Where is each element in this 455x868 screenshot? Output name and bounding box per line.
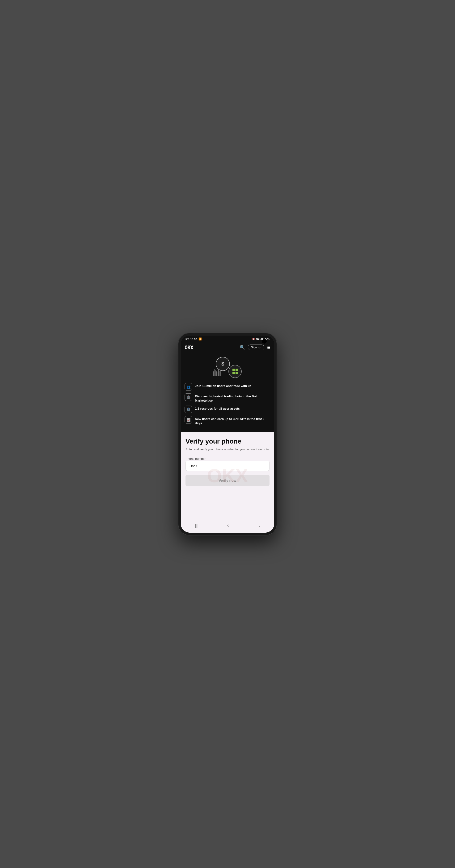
shield-icon: 🏦	[184, 406, 192, 413]
recent-apps-button[interactable]: |||	[191, 522, 203, 529]
grid-cell-4	[235, 372, 238, 374]
country-code-value: +82	[189, 464, 195, 468]
status-left: KT 10:32 📶	[186, 338, 202, 341]
home-button[interactable]: ○	[223, 522, 234, 529]
bot-icon: 🤖	[184, 393, 192, 401]
feature-text-3: 1:1 reserves for all user assets	[195, 406, 240, 411]
okx-logo: OKX	[184, 345, 193, 350]
grid-cell-2	[235, 369, 238, 371]
mute-icon: 🔇	[252, 338, 255, 340]
coin-illustration: $	[214, 357, 241, 378]
phone-number-input[interactable]	[199, 464, 266, 468]
feature-item-3: 🏦 1:1 reserves for all user assets	[184, 406, 271, 413]
hero-section: $	[181, 353, 274, 381]
verify-subtitle: Enter and verify your phone number for y…	[186, 447, 269, 452]
feature-text-4: New users can earn up to 30% APY in the …	[195, 416, 271, 425]
chevron-down-icon: ▾	[196, 465, 197, 467]
camera-hole	[262, 339, 267, 344]
app-content: OKX 🔍 Sign up ☰ $	[181, 342, 274, 533]
grid-coin	[228, 365, 241, 378]
grid-cell-1	[232, 369, 235, 371]
phone-device: KT 10:32 📶 🔇 4G LTE 47% OKX 🔍 Sign up ☰	[178, 333, 277, 535]
bottom-nav: ||| ○ ‹	[181, 520, 274, 533]
phone-screen: KT 10:32 📶 🔇 4G LTE 47% OKX 🔍 Sign up ☰	[181, 336, 274, 533]
logo-text: OKX	[184, 345, 193, 350]
users-icon: 👥	[184, 383, 192, 391]
bottom-section: OKX Verify your phone Enter and verify y…	[181, 432, 274, 532]
search-button[interactable]: 🔍	[240, 345, 245, 350]
signup-button[interactable]: Sign up	[248, 345, 264, 350]
feature-text-2: Discover high-yield trading bots in the …	[195, 393, 271, 403]
phone-label: Phone number	[186, 457, 205, 461]
carrier-label: KT	[186, 338, 189, 341]
status-bar: KT 10:32 📶 🔇 4G LTE 47%	[181, 336, 274, 342]
status-right: 🔇 4G LTE 47%	[252, 338, 269, 340]
time-label: 10:32	[191, 338, 197, 341]
feature-item-2: 🤖 Discover high-yield trading bots in th…	[184, 393, 271, 403]
verify-title: Verify your phone	[186, 438, 269, 445]
verify-now-button[interactable]: Verify now	[186, 475, 269, 486]
features-section: 👥 Join 18 million users and trade with u…	[181, 381, 274, 432]
feature-item-4: 📈 New users can earn up to 30% APY in th…	[184, 416, 271, 425]
app-header: OKX 🔍 Sign up ☰	[181, 342, 274, 353]
header-actions: 🔍 Sign up ☰	[240, 345, 271, 350]
status-icons: 📶	[198, 338, 202, 341]
back-button[interactable]: ‹	[254, 522, 264, 529]
grid-pattern	[232, 369, 238, 374]
feature-item-1: 👥 Join 18 million users and trade with u…	[184, 383, 271, 391]
phone-input-wrapper[interactable]: +82 ▾	[186, 461, 269, 471]
grid-cell-3	[232, 372, 235, 374]
country-code-selector[interactable]: +82 ▾	[189, 464, 197, 468]
verify-section: OKX Verify your phone Enter and verify y…	[181, 432, 274, 520]
menu-button[interactable]: ☰	[267, 345, 271, 350]
chart-icon: 📈	[184, 416, 192, 424]
barcode-decoration	[214, 368, 221, 376]
feature-text-1: Join 18 million users and trade with us	[195, 383, 251, 388]
